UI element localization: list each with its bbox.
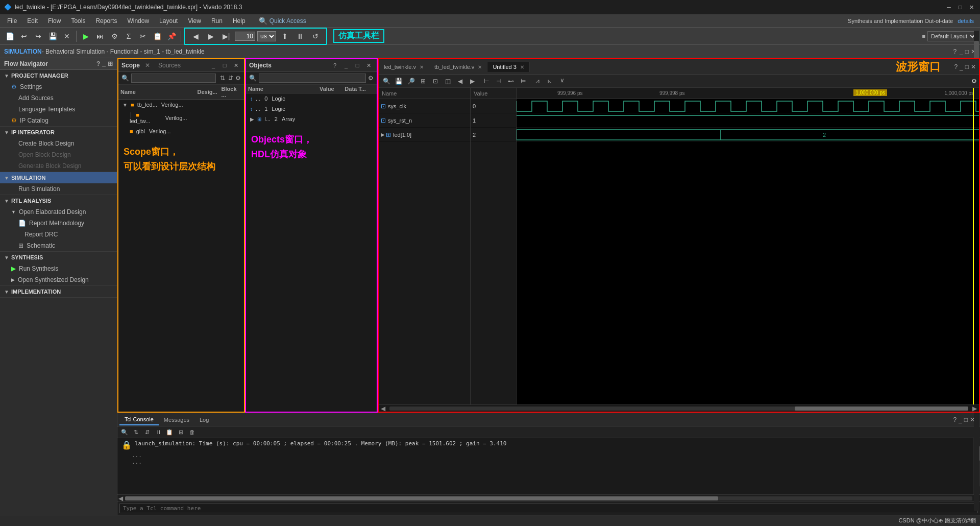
layout-select[interactable]: Default Layout bbox=[927, 31, 977, 41]
wf-tab-close-3[interactable]: ✕ bbox=[520, 64, 524, 70]
wf-zoom-full[interactable]: ⊡ bbox=[430, 76, 441, 86]
details-link[interactable]: details bbox=[958, 18, 974, 24]
nav-add-sources[interactable]: Add Sources bbox=[0, 92, 117, 104]
nav-run-simulation[interactable]: Run Simulation bbox=[0, 183, 117, 195]
menu-run[interactable]: Run bbox=[206, 16, 228, 26]
sum-button[interactable]: Σ bbox=[122, 30, 135, 43]
undo-button[interactable]: ↩ bbox=[17, 30, 31, 43]
sim-time-input[interactable] bbox=[235, 32, 255, 41]
tcl-min[interactable]: _ bbox=[959, 416, 962, 423]
nav-language-templates[interactable]: Language Templates bbox=[0, 104, 117, 115]
tcl-sort-icon[interactable]: ⇵ bbox=[142, 427, 152, 437]
nav-schematic[interactable]: ⊞ Schematic bbox=[0, 240, 117, 251]
tcl-max[interactable]: □ bbox=[964, 416, 968, 423]
tcl-tab-messages[interactable]: Messages bbox=[159, 415, 194, 425]
wf-tab-close-2[interactable]: ✕ bbox=[478, 64, 482, 70]
menu-window[interactable]: Window bbox=[122, 16, 154, 26]
wf-add-marker[interactable]: ⊿ bbox=[532, 76, 543, 86]
nav-ip-catalog[interactable]: ⚙ IP Catalog bbox=[0, 115, 117, 126]
wf-zoom-out[interactable]: 🔎 bbox=[405, 76, 416, 86]
menu-tools[interactable]: Tools bbox=[66, 16, 90, 26]
nav-open-elaborated-design[interactable]: ▼ Open Elaborated Design bbox=[0, 206, 117, 218]
tcl-help[interactable]: ? bbox=[953, 416, 957, 423]
sim-step-button[interactable]: ▶| bbox=[219, 30, 233, 43]
title-bar-controls[interactable]: ─ □ ✕ bbox=[944, 3, 976, 12]
menu-flow[interactable]: Flow bbox=[43, 16, 66, 26]
sim-up-button[interactable]: ⬆ bbox=[278, 30, 291, 43]
expand-icon[interactable]: ▼ bbox=[122, 102, 128, 108]
settings-button[interactable]: ⚙ bbox=[108, 30, 121, 43]
table-row[interactable]: ▼ ■ tb_led... Verilog... bbox=[118, 100, 195, 110]
tcl-tab-console[interactable]: Tcl Console bbox=[119, 414, 159, 425]
objects-settings-icon[interactable]: ⚙ bbox=[368, 75, 374, 82]
wf-zoom-fit[interactable]: ⊞ bbox=[418, 76, 429, 86]
tcl-search-icon[interactable]: 🔍 bbox=[119, 427, 130, 437]
wf-cursor-m[interactable]: ⊷ bbox=[505, 76, 517, 86]
wf-scroll-right[interactable]: ▶ bbox=[970, 405, 979, 412]
cut-button[interactable]: ✂ bbox=[136, 30, 150, 43]
tcl-h-scroll-left[interactable]: ◀ bbox=[117, 495, 124, 502]
tcl-pause-icon[interactable]: ⏸ bbox=[153, 427, 163, 437]
wf-zoom-in[interactable]: 🔍 bbox=[381, 76, 392, 86]
wf-scroll-track[interactable] bbox=[389, 407, 968, 411]
nav-generate-block-design[interactable]: Generate Block Design bbox=[0, 160, 117, 172]
section-project-manager-title[interactable]: ▼ PROJECT MANAGER bbox=[0, 70, 117, 81]
nav-report-methodology[interactable]: 📄 Report Methodology bbox=[0, 218, 117, 229]
section-ip-integrator-title[interactable]: ▼ IP INTEGRATOR bbox=[0, 127, 117, 138]
objects-close[interactable]: ✕ bbox=[363, 61, 374, 70]
flow-nav-minimize[interactable]: _ bbox=[102, 60, 106, 67]
table-row[interactable]: ■ glbl Verilog... bbox=[118, 126, 195, 136]
redo-button[interactable]: ↪ bbox=[32, 30, 45, 43]
objects-search-input[interactable] bbox=[259, 74, 366, 83]
run-all-button[interactable]: ⏭ bbox=[93, 30, 107, 43]
tcl-delete-icon[interactable]: 🗑 bbox=[187, 427, 197, 437]
menu-view[interactable]: View bbox=[183, 16, 206, 26]
wf-help-icon[interactable]: ? bbox=[954, 63, 958, 70]
sim-restart-button[interactable]: ↺ bbox=[309, 30, 322, 43]
scope-filter-icon[interactable]: ⇅ bbox=[220, 75, 225, 82]
table-row[interactable]: ↕ ... 1 Logic bbox=[246, 104, 317, 114]
wf-sig-row-rst[interactable]: ⊡ sys_rst_n bbox=[379, 113, 470, 128]
close-button[interactable]: ✕ bbox=[60, 30, 74, 43]
tcl-grid-icon[interactable]: ⊞ bbox=[176, 427, 186, 437]
section-rtl-analysis-title[interactable]: ▼ RTL ANALYSIS bbox=[0, 195, 117, 206]
wf-close-icon[interactable]: ✕ bbox=[971, 63, 976, 70]
scope-close-x[interactable]: ✕ bbox=[145, 62, 150, 69]
objects-min[interactable]: _ bbox=[341, 61, 351, 70]
scope-max[interactable]: ✕ bbox=[231, 61, 241, 70]
wf-min-icon[interactable]: _ bbox=[960, 63, 963, 70]
quick-access-label[interactable]: Quick Access bbox=[270, 17, 306, 25]
nav-create-block-design[interactable]: Create Block Design bbox=[0, 138, 117, 149]
tcl-h-scroll-track[interactable] bbox=[125, 496, 972, 500]
section-simulation-title[interactable]: ▼ SIMULATION bbox=[0, 172, 117, 183]
scope-min[interactable]: □ bbox=[219, 61, 230, 70]
table-row[interactable]: │ ■ led_tw... Verilog... bbox=[118, 110, 195, 126]
sim-unit-select[interactable]: us ns ps bbox=[257, 31, 276, 41]
menu-reports[interactable]: Reports bbox=[90, 16, 122, 26]
tcl-filter-icon[interactable]: ⇅ bbox=[131, 427, 141, 437]
tcl-copy-icon[interactable]: 📋 bbox=[164, 427, 175, 437]
scope-help[interactable]: _ bbox=[208, 61, 218, 70]
sim-maximize-icon[interactable]: □ bbox=[965, 48, 969, 55]
nav-open-synthesized-design[interactable]: ▶ Open Synthesized Design bbox=[0, 274, 117, 285]
wf-cursor-l[interactable]: ⊨ bbox=[518, 76, 529, 86]
menu-layout[interactable]: Layout bbox=[154, 16, 183, 26]
paste-button[interactable]: 📌 bbox=[165, 30, 178, 43]
wf-save[interactable]: 💾 bbox=[393, 76, 404, 86]
save-button[interactable]: 💾 bbox=[46, 30, 59, 43]
sim-help-icon[interactable]: ? bbox=[953, 48, 957, 55]
sim-minimize-icon[interactable]: _ bbox=[960, 48, 963, 55]
led-expand-icon[interactable]: ▶ bbox=[381, 132, 385, 137]
sim-pause-button[interactable]: ⏸ bbox=[293, 30, 307, 43]
nav-run-synthesis[interactable]: ▶ Run Synthesis bbox=[0, 263, 117, 274]
wf-tab-tb-led-twinkle[interactable]: tb_led_twinkle.v ✕ bbox=[429, 62, 487, 72]
minimize-button[interactable]: ─ bbox=[944, 3, 953, 12]
wf-cursor-2[interactable]: ⊣ bbox=[493, 76, 504, 86]
menu-file[interactable]: File bbox=[2, 16, 22, 26]
copy-button[interactable]: 📋 bbox=[151, 30, 164, 43]
wf-zoom-sel[interactable]: ◫ bbox=[442, 76, 453, 86]
wf-tab-led-twinkle[interactable]: led_twinkle.v ✕ bbox=[379, 62, 429, 72]
wf-del-marker[interactable]: ⊾ bbox=[544, 76, 555, 86]
tcl-tab-log[interactable]: Log bbox=[194, 415, 214, 425]
nav-settings[interactable]: ⚙ Settings bbox=[0, 81, 117, 92]
